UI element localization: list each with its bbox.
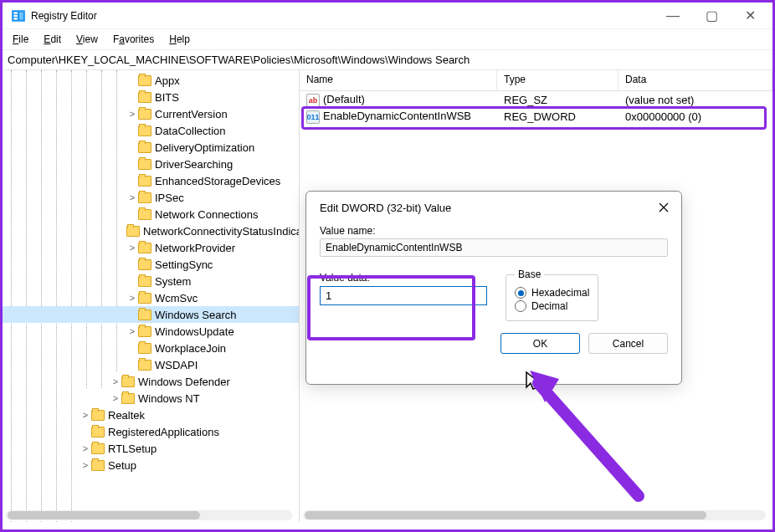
regedit-icon: [11, 8, 26, 23]
tree-item-label: SettingSync: [155, 258, 213, 271]
tree-item-label: WindowsUpdate: [155, 325, 234, 338]
tree-item-label: Setup: [108, 459, 136, 472]
folder-icon: [138, 243, 151, 253]
menu-view[interactable]: View: [69, 32, 105, 47]
tree-item-appx[interactable]: Appx: [3, 72, 299, 89]
folder-icon: [138, 92, 151, 103]
tree-item-windows-nt[interactable]: >Windows NT: [3, 390, 299, 407]
chevron-right-icon: >: [80, 410, 91, 420]
tree-item-label: Network Connections: [155, 208, 259, 221]
tree-item-settingsync[interactable]: SettingSync: [3, 256, 299, 273]
tree-item-networkprovider[interactable]: >NetworkProvider: [3, 239, 299, 256]
string-value-icon: ab: [306, 94, 320, 107]
svg-rect-4: [19, 12, 23, 19]
tree-item-windows-defender[interactable]: >Windows Defender: [3, 373, 299, 390]
value-row[interactable]: ab(Default)REG_SZ(value not set): [300, 91, 772, 108]
list-scrollbar[interactable]: [303, 510, 766, 520]
tree-item-networkconnectivitystatusindicator[interactable]: NetworkConnectivityStatusIndicator: [3, 223, 299, 239]
folder-icon: [138, 176, 151, 187]
tree-item-label: IPSec: [155, 192, 184, 204]
tree-item-label: NetworkConnectivityStatusIndicator: [143, 225, 300, 238]
tree-item-currentversion[interactable]: >CurrentVersion: [3, 105, 299, 122]
tree-item-registeredapplications[interactable]: RegisteredApplications: [3, 423, 299, 440]
close-window-button[interactable]: ✕: [731, 3, 769, 28]
window-title: Registry Editor: [31, 10, 654, 22]
tree-item-windowsupdate[interactable]: >WindowsUpdate: [3, 323, 299, 340]
menu-favorites[interactable]: Favorites: [106, 32, 161, 47]
folder-icon: [138, 75, 151, 86]
col-name[interactable]: Name: [300, 70, 497, 90]
tree-pane[interactable]: AppxBITS>CurrentVersionDataCollectionDel…: [3, 70, 300, 522]
tree-item-label: DriverSearching: [155, 158, 233, 171]
highlight-annotation-input: [307, 275, 475, 340]
dialog-close-button[interactable]: [656, 200, 671, 215]
close-icon: [659, 202, 669, 212]
tree-item-system[interactable]: System: [3, 273, 299, 289]
tree-item-label: Appx: [155, 74, 180, 87]
tree-item-enhancedstoragedevices[interactable]: EnhancedStorageDevices: [3, 172, 299, 189]
minimize-button[interactable]: —: [654, 3, 692, 28]
svg-rect-2: [13, 14, 18, 16]
tree-item-label: RTLSetup: [108, 442, 157, 455]
tree-item-label: DataCollection: [155, 125, 226, 137]
menu-file[interactable]: File: [6, 32, 35, 47]
tree-item-ipsec[interactable]: >IPSec: [3, 189, 299, 206]
tree-item-datacollection[interactable]: DataCollection: [3, 122, 299, 139]
tree-item-label: Windows NT: [138, 392, 200, 405]
col-data[interactable]: Data: [618, 70, 772, 90]
tree-item-driversearching[interactable]: DriverSearching: [3, 156, 299, 172]
tree-item-setup[interactable]: >Setup: [3, 457, 299, 473]
base-group: Base Hexadecimal Decimal: [506, 269, 598, 321]
chevron-right-icon: >: [80, 460, 91, 470]
tree-item-label: CurrentVersion: [155, 108, 228, 120]
tree-item-windows-search[interactable]: Windows Search: [3, 306, 299, 323]
folder-icon: [138, 125, 151, 136]
tree-item-label: WcmSvc: [155, 292, 198, 304]
ok-button[interactable]: OK: [500, 333, 580, 354]
tree-item-label: EnhancedStorageDevices: [155, 175, 280, 187]
col-type[interactable]: Type: [497, 70, 618, 90]
radio-dec-indicator: [515, 300, 526, 312]
menu-edit[interactable]: Edit: [37, 32, 68, 47]
folder-icon: [138, 360, 151, 371]
base-label: Base: [515, 269, 544, 280]
maximize-button[interactable]: ▢: [692, 3, 731, 28]
menu-help[interactable]: Help: [162, 32, 197, 47]
tree-item-label: RegisteredApplications: [108, 426, 219, 438]
tree-item-workplacejoin[interactable]: WorkplaceJoin: [3, 340, 299, 356]
chevron-right-icon: >: [110, 376, 121, 386]
tree-scrollbar[interactable]: [6, 510, 292, 520]
tree-item-wsdapi[interactable]: WSDAPI: [3, 356, 299, 373]
value-name-field: EnableDynamicContentInWSB: [320, 238, 668, 257]
folder-icon: [91, 410, 105, 421]
tree-item-wcmsvc[interactable]: >WcmSvc: [3, 289, 299, 306]
folder-icon: [91, 427, 105, 437]
cancel-button[interactable]: Cancel: [588, 333, 668, 354]
folder-icon: [138, 276, 151, 287]
tree-item-bits[interactable]: BITS: [3, 89, 299, 105]
folder-icon: [138, 142, 151, 153]
tree-item-realtek[interactable]: >Realtek: [3, 407, 299, 423]
folder-icon: [138, 343, 151, 354]
folder-icon: [121, 376, 135, 387]
tree-item-label: Windows Search: [155, 309, 237, 321]
folder-icon: [91, 443, 105, 454]
folder-icon: [138, 109, 151, 120]
chevron-right-icon: >: [126, 192, 138, 202]
radio-hex-indicator: [515, 287, 526, 299]
address-bar[interactable]: Computer\HKEY_LOCAL_MACHINE\SOFTWARE\Pol…: [3, 49, 772, 70]
registry-editor-window: Registry Editor — ▢ ✕ File Edit View Fav…: [0, 0, 775, 532]
radio-dec[interactable]: Decimal: [515, 300, 589, 312]
tree-item-rtlsetup[interactable]: >RTLSetup: [3, 440, 299, 457]
titlebar[interactable]: Registry Editor — ▢ ✕: [3, 3, 772, 29]
tree-item-label: DeliveryOptimization: [155, 141, 254, 154]
tree-item-label: System: [155, 275, 191, 288]
folder-icon: [121, 393, 135, 404]
list-header: Name Type Data: [300, 70, 772, 91]
chevron-right-icon: >: [126, 326, 138, 336]
tree-item-network-connections[interactable]: Network Connections: [3, 206, 299, 223]
tree-item-deliveryoptimization[interactable]: DeliveryOptimization: [3, 139, 299, 156]
folder-icon: [126, 226, 140, 237]
arrow-annotation: [521, 362, 647, 504]
radio-hex[interactable]: Hexadecimal: [515, 287, 589, 299]
